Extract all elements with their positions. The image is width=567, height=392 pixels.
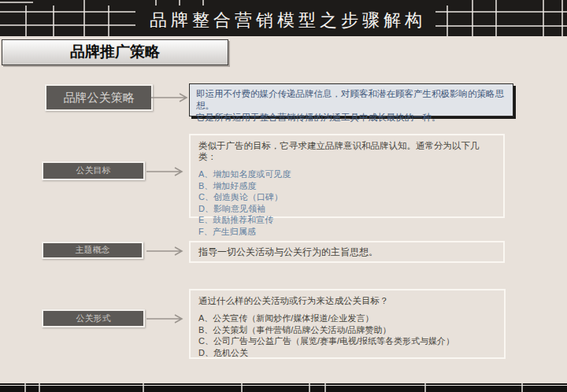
list-item: B、公关策划（事件营销/品牌公关活动/品牌赞助） xyxy=(198,324,496,336)
arrow-right-icon xyxy=(146,245,187,257)
list-item: D、影响意见领袖 xyxy=(198,203,495,215)
theme-concept-box: 指导一切公关活动与公关行为的主旨思想。 xyxy=(189,241,505,263)
definition-line: 即运用不付费的媒介传递品牌信息，对顾客和潜在顾客产生积极影响的策略思想。 xyxy=(196,88,506,112)
page-title: 品牌整合营销模型之步骤解构 xyxy=(150,9,441,32)
list-item: D、危机公关 xyxy=(198,347,496,359)
chip-brand-pr-strategy: 品牌公关策略 xyxy=(45,84,153,111)
chip-theme-concept: 主题概念 xyxy=(42,242,143,259)
pr-forms-intro: 通过什么样的公关活动或行为来达成公关目标？ xyxy=(198,295,496,306)
definition-line: 它是所有运用于整合营销传播的沟通工具中成长最快的一种。 xyxy=(196,112,506,124)
definition-box: 即运用不付费的媒介传递品牌信息，对顾客和潜在顾客产生积极影响的策略思想。 它是所… xyxy=(189,83,513,116)
chip-pr-forms: 公关形式 xyxy=(42,309,145,327)
slide-canvas: 品牌整合营销模型之步骤解构 品牌推广策略 品牌公关策略 即运用不付费的媒介传递品… xyxy=(0,0,567,392)
grid-decoration-icon xyxy=(0,383,567,392)
list-item: C、创造舆论（口碑） xyxy=(198,191,495,203)
list-item: A、增加知名度或可见度 xyxy=(198,168,495,180)
list-item: E、鼓励推荐和宣传 xyxy=(198,214,495,226)
list-item: C、公司广告与公益广告（展览/赛事/电视/报纸等各类形式与媒介） xyxy=(198,335,496,347)
section-title-brand-promotion: 品牌推广策略 xyxy=(2,39,228,65)
arrow-right-icon xyxy=(146,312,187,325)
chip-pr-goals: 公关目标 xyxy=(42,161,145,180)
pr-goals-intro: 类似于广告的目标，它寻求建立品牌意识和品牌认知。通常分为以下几类： xyxy=(198,140,495,162)
list-item: B、增加好感度 xyxy=(198,180,495,192)
header-bar: 品牌整合营销模型之步骤解构 xyxy=(0,0,567,36)
arrow-right-icon xyxy=(151,91,192,104)
list-item: A、公关宣传（新闻炒作/媒体报道/企业发言） xyxy=(198,312,496,324)
arrow-right-icon xyxy=(146,165,187,178)
list-item: F、产生归属感 xyxy=(198,226,495,238)
footer-bar xyxy=(0,383,567,392)
pr-goals-box: 类似于广告的目标，它寻求建立品牌意识和品牌认知。通常分为以下几类： A、增加知名… xyxy=(189,134,505,218)
pr-forms-box: 通过什么样的公关活动或行为来达成公关目标？ A、公关宣传（新闻炒作/媒体报道/企… xyxy=(189,289,506,359)
